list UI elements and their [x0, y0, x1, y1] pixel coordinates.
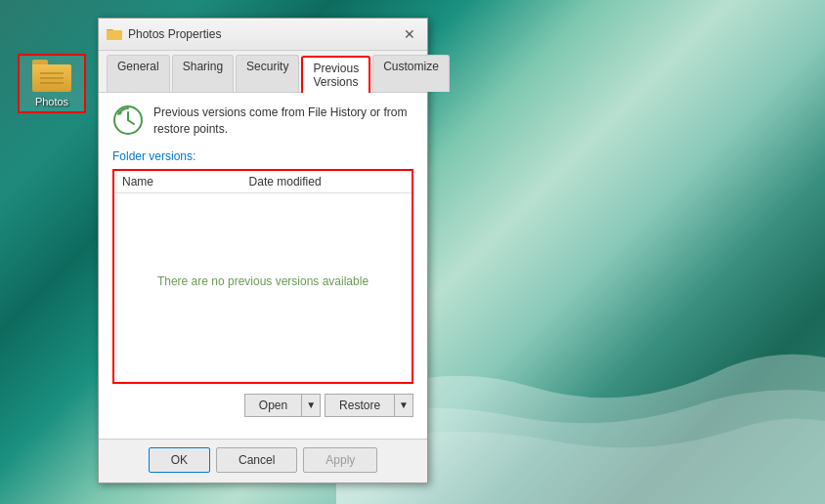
title-bar-left: Photos Properties	[107, 26, 221, 42]
ok-button[interactable]: OK	[149, 447, 210, 473]
open-button[interactable]: Open	[244, 394, 302, 417]
table-header: Name Date modified	[114, 171, 412, 193]
table-body: There are no previous versions available	[114, 193, 412, 369]
restore-btn-group: Restore ▼	[325, 394, 413, 417]
restore-button[interactable]: Restore	[325, 394, 395, 417]
open-btn-group: Open ▼	[244, 394, 321, 417]
title-bar: Photos Properties ✕	[99, 19, 427, 51]
action-buttons: Open ▼ Restore ▼	[112, 394, 413, 417]
col-date-header: Date modified	[249, 175, 404, 189]
open-dropdown-button[interactable]: ▼	[302, 394, 321, 417]
no-versions-message: There are no previous versions available	[157, 274, 369, 288]
tab-sharing[interactable]: Sharing	[172, 55, 234, 92]
folder-icon	[32, 60, 71, 93]
tab-customize[interactable]: Customize	[372, 55, 450, 92]
info-section: Previous versions come from File History…	[112, 105, 413, 138]
versions-table: Name Date modified There are no previous…	[112, 169, 413, 384]
dialog-footer: OK Cancel Apply	[99, 439, 427, 483]
tab-previous-versions[interactable]: Previous Versions	[301, 56, 370, 93]
tab-security[interactable]: Security	[236, 55, 299, 92]
properties-dialog: Photos Properties ✕ General Sharing Secu…	[98, 18, 428, 483]
desktop-icon-photos[interactable]: Photos	[18, 54, 86, 113]
info-text: Previous versions come from File History…	[153, 105, 413, 138]
tab-general[interactable]: General	[107, 55, 170, 92]
dialog-title: Photos Properties	[128, 27, 221, 41]
col-name-header: Name	[122, 175, 249, 189]
close-button[interactable]: ✕	[400, 24, 419, 44]
restore-dropdown-button[interactable]: ▼	[395, 394, 413, 417]
desktop-icon-label: Photos	[35, 96, 68, 107]
tabs-container: General Sharing Security Previous Versio…	[99, 51, 427, 93]
svg-rect-1	[107, 30, 122, 40]
folder-versions-label: Folder versions:	[112, 149, 413, 163]
title-folder-icon	[107, 26, 122, 42]
dialog-content: Previous versions come from File History…	[99, 93, 427, 439]
history-icon	[112, 105, 144, 136]
apply-button[interactable]: Apply	[303, 447, 377, 473]
cancel-button[interactable]: Cancel	[216, 447, 297, 473]
